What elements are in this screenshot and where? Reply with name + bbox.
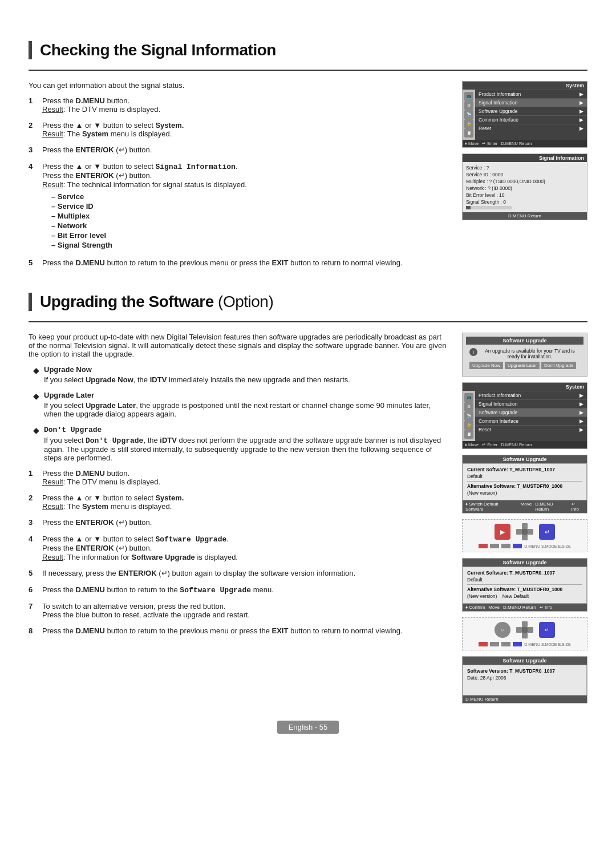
- s2-step-num-4: 4: [29, 535, 38, 543]
- icon-3: 📡: [464, 110, 473, 119]
- section1-step4: 4 Press the ▲ or ▼ button to select Sign…: [29, 162, 448, 253]
- step-num-5: 5: [29, 258, 38, 267]
- s2-step5-content: If necessary, press the ENTER/OK (↵) but…: [42, 569, 448, 580]
- signal-info-screenshot: Signal Information Service : ? Service I…: [462, 153, 587, 220]
- s2-step-num-5: 5: [29, 569, 38, 577]
- s2-step-num-7: 7: [29, 602, 38, 610]
- diamond-icon-1: ◆: [33, 366, 39, 375]
- step-num-3: 3: [29, 145, 38, 154]
- signal-info-body: Service : ? Service ID : 0000 Multiplex …: [463, 162, 587, 212]
- signal-strength: Signal Strength : 0: [466, 199, 583, 210]
- blue-button-icon: ↵: [539, 524, 555, 540]
- menu2-product-info: Product Information▶: [475, 391, 587, 399]
- diamond-icon-2: ◆: [33, 391, 39, 401]
- page-footer: English - 55: [29, 721, 587, 734]
- gray-bar2-2: [501, 642, 510, 646]
- sw-detail2-body: Current Software: T_MUSTDFR0_1007 Defaul…: [463, 567, 587, 604]
- diamond-upgrade-now-text: If you select Upgrade Now, the iDTV imme…: [44, 375, 448, 384]
- diamond-dont-upgrade-title: Don't Upgrade: [44, 425, 448, 434]
- menu-reset: Reset▶: [475, 124, 587, 132]
- remote-panel-2: ○ ↵ D.MENU S.MODE E.SIZE: [462, 617, 587, 650]
- upgrade-now-btn[interactable]: Upgrade Now: [469, 362, 503, 369]
- section2-step6: 6 Press the D.MENU button to return to t…: [29, 585, 448, 596]
- upgrade-later-btn[interactable]: Upgrade Later: [505, 362, 540, 369]
- section1-step5: 5 Press the D.MENU button to return to t…: [29, 258, 448, 269]
- section1-divider: [29, 70, 587, 71]
- bullet-serviceid: Service ID: [51, 202, 448, 211]
- s2-step6-text: Press the D.MENU button to return to the…: [42, 585, 448, 595]
- svg-rect-7: [516, 627, 522, 633]
- system-icons-col2: 📺 ⚙ 📡 🔒 📋: [463, 391, 475, 441]
- section2-step4: 4 Press the ▲ or ▼ button to select Soft…: [29, 535, 448, 563]
- info-icon: i: [469, 348, 477, 356]
- system-menu-title2: System: [463, 383, 587, 391]
- icon2-1: 📺: [464, 393, 473, 402]
- dpad-icon-1: [516, 523, 533, 540]
- s2-step4-content: Press the ▲ or ▼ button to select Softwa…: [42, 535, 448, 563]
- section2: Upgrading the Software (Option) To keep …: [29, 293, 587, 703]
- sw-version-body: Software Version: T_MUSTDFR0_1007 Date: …: [463, 665, 587, 696]
- s2-step8-text: Press the D.MENU button to return to the…: [42, 626, 448, 635]
- section1-content: You can get information about the signal…: [29, 81, 587, 274]
- signal-info-overlay: Signal Information Service : ? Service I…: [463, 154, 587, 220]
- section2-step7: 7 To switch to an alternative version, p…: [29, 602, 448, 621]
- icon2-3: 📡: [464, 411, 473, 420]
- step-num-1: 1: [29, 96, 38, 105]
- sw-upgrade-detail1: Software Upgrade Current Software: T_MUS…: [462, 455, 587, 514]
- signal-service: Service : ?: [466, 164, 583, 171]
- section2-step5: 5 If necessary, press the ENTER/OK (↵) b…: [29, 569, 448, 580]
- sw-version-title: Software Upgrade: [463, 657, 587, 665]
- svg-rect-0: [522, 523, 528, 529]
- red-button-icon: ▶: [495, 524, 510, 540]
- sw-detail2-title: Software Upgrade: [463, 559, 587, 567]
- section2-step1: 1 Press the D.MENU button. Result: The D…: [29, 469, 448, 488]
- svg-rect-5: [522, 621, 528, 627]
- step-num-2: 2: [29, 121, 38, 130]
- section2-step8: 8 Press the D.MENU button to return to t…: [29, 626, 448, 637]
- signal-network: Network : ? (ID 0000): [466, 185, 583, 192]
- menu2-common-interface: Common Interface▶: [475, 417, 587, 425]
- section1-title: Checking the Signal Information: [40, 41, 587, 59]
- system-menu-footer2: ♦ Move↵ EnterD.MENU Return: [463, 441, 587, 448]
- s2-step-num-2: 2: [29, 494, 38, 502]
- sw2-current-label: Current Software: T_MUSTDFR0_1007: [467, 570, 582, 576]
- system-menu-overlay2: System 📺 ⚙ 📡 🔒 📋 Product Information▶ Si…: [463, 383, 587, 448]
- system-menu-items: Product Information▶ Signal Information▶…: [475, 90, 587, 140]
- s2-step1-content: Press the D.MENU button. Result: The DTV…: [42, 469, 448, 488]
- dont-upgrade-btn[interactable]: Don't Upgrade: [541, 362, 576, 369]
- section1-header: Checking the Signal Information: [29, 41, 587, 59]
- menu-sw-upgrade: Software Upgrade▶: [475, 107, 587, 115]
- red-bar: [479, 544, 488, 548]
- sw-upgrade-banner: Software Upgrade i An upgrade is availab…: [462, 333, 587, 377]
- gray-bar-2: [501, 544, 510, 548]
- sw-version-label: Software Version: T_MUSTDFR0_1007: [467, 668, 582, 674]
- step2-content: Press the ▲ or ▼ button to select System…: [42, 121, 448, 140]
- section1-step1: 1 Press the D.MENU button. Result: The D…: [29, 96, 448, 115]
- system-menu-title: System: [463, 82, 587, 90]
- sw-upgrade-banner-body: i An upgrade is available for your TV an…: [466, 345, 583, 373]
- sw-newversion-label: (New version): [467, 490, 582, 496]
- icon-1: 📺: [464, 92, 473, 101]
- step4-bullets: Service Service ID Multiplex Network Bit…: [51, 192, 448, 249]
- sw-upgrade-detail2: Software Upgrade Current Software: T_MUS…: [462, 558, 587, 612]
- diamond-upgrade-later: ◆ Upgrade Later If you select Upgrade La…: [33, 391, 448, 418]
- blue-btn2-icon: ↵: [539, 622, 555, 638]
- s2-step7-content: To switch to an alternative version, pre…: [42, 602, 448, 621]
- step-num-4: 4: [29, 162, 38, 171]
- section2-divider: [29, 321, 587, 322]
- s2-step-num-8: 8: [29, 626, 38, 635]
- diamond-upgrade-now-content: Upgrade Now If you select Upgrade Now, t…: [44, 365, 448, 384]
- svg-rect-8: [528, 627, 533, 633]
- system-menu-screenshot: System 📺 ⚙ 📡 🔒 📋 Product Information▶ Si…: [462, 81, 587, 148]
- section1-screenshots: System 📺 ⚙ 📡 🔒 📋 Product Information▶ Si…: [462, 81, 587, 220]
- diamond-dont-upgrade-text: If you select Don't Upgrade, the iDTV do…: [44, 436, 448, 462]
- red-bar2: [479, 642, 488, 646]
- icon-4: 🔒: [464, 119, 473, 128]
- section1-text-col: You can get information about the signal…: [29, 81, 448, 274]
- section2-content: To keep your product up-to-date with new…: [29, 333, 587, 703]
- s2-step2-content: Press the ▲ or ▼ button to select System…: [42, 494, 448, 512]
- sw-upgrade-buttons: Upgrade Now Upgrade Later Don't Upgrade: [469, 362, 580, 369]
- signal-bar-container: [466, 206, 512, 209]
- system-menu-with-icons: 📺 ⚙ 📡 🔒 📋 Product Information▶ Signal In…: [463, 90, 587, 140]
- sw-upgrade-info: i An upgrade is available for your TV an…: [469, 348, 580, 359]
